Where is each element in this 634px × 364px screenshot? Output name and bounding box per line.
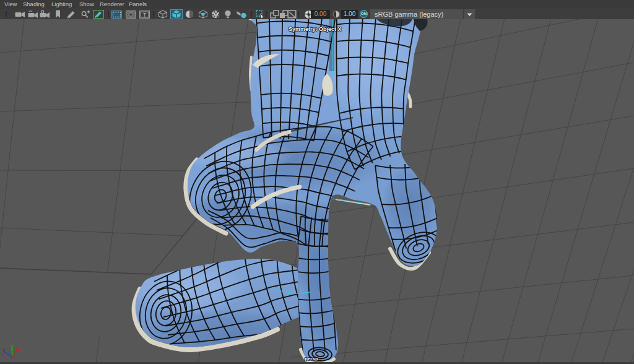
svg-text:x: x bbox=[17, 346, 20, 352]
svg-text:z: z bbox=[2, 347, 6, 353]
svg-text:y: y bbox=[11, 344, 14, 350]
svg-text:T: T bbox=[143, 12, 146, 18]
